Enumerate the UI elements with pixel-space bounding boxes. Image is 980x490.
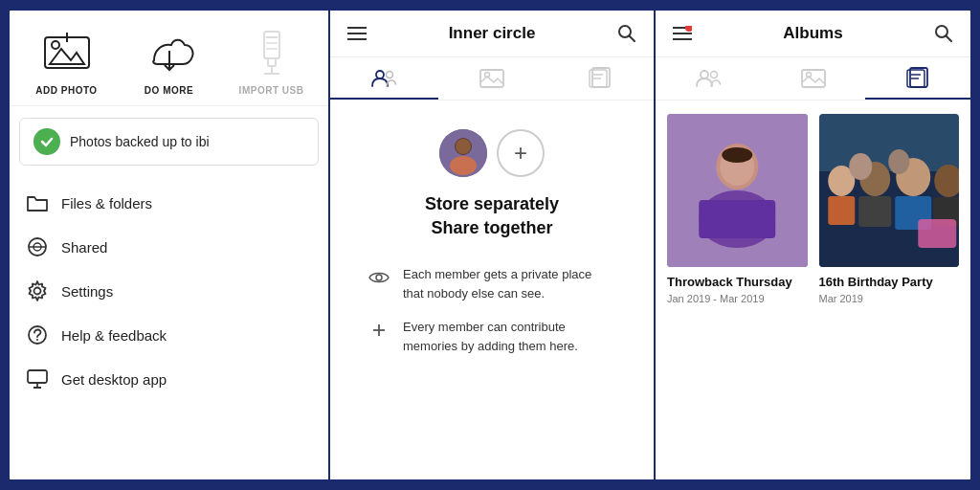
albums-tab-people[interactable]: [656, 57, 761, 100]
app-container: ADD PHOTO DO MORE: [7, 8, 973, 482]
svg-point-17: [36, 339, 38, 341]
tab-photos[interactable]: [438, 57, 546, 100]
svg-point-36: [450, 156, 477, 175]
feature-list: Each member gets a private place that no…: [349, 256, 635, 365]
album-throwback-date: Jan 2019 - Mar 2019: [667, 293, 808, 304]
svg-line-25: [630, 36, 635, 42]
svg-line-46: [947, 36, 952, 42]
import-usb-icon: [245, 26, 299, 79]
member-row: +: [439, 129, 545, 177]
feature-item-private: Each member gets a private place that no…: [368, 265, 615, 302]
nav-item-settings[interactable]: Settings: [10, 269, 328, 313]
inner-circle-panel: Inner circle: [330, 11, 656, 479]
albums-panel: Albums: [656, 11, 970, 479]
help-icon: [27, 324, 48, 345]
quick-actions-bar: ADD PHOTO DO MORE: [10, 11, 328, 106]
inner-circle-title: Inner circle: [449, 24, 536, 43]
inner-circle-tab-bar: [330, 57, 654, 100]
add-member-button[interactable]: +: [497, 129, 545, 177]
album-birthday-title: 16th Birthday Party: [819, 275, 960, 289]
plus-circle-icon: [368, 320, 390, 341]
album-card-throwback[interactable]: Throwback Thursday Jan 2019 - Mar 2019: [667, 114, 808, 304]
albums-title: Albums: [783, 24, 842, 43]
circle-content: + Store separately Share together Each m…: [330, 100, 654, 384]
eye-icon: [368, 267, 390, 288]
import-usb-button[interactable]: IMPORT USB: [224, 26, 319, 96]
shared-label: Shared: [61, 239, 107, 256]
svg-point-0: [52, 41, 59, 49]
svg-point-27: [387, 72, 393, 78]
import-usb-label: IMPORT USB: [239, 85, 304, 96]
search-icon[interactable]: [615, 22, 638, 45]
svg-point-44: [685, 26, 692, 32]
album-card-birthday[interactable]: 16th Birthday Party Mar 2019: [819, 114, 960, 304]
album-thumb-birthday: [819, 114, 960, 267]
circle-headline: Store separately Share together: [425, 192, 559, 240]
svg-point-29: [485, 73, 490, 78]
settings-label: Settings: [61, 283, 113, 300]
svg-rect-66: [858, 196, 891, 227]
tab-people[interactable]: [330, 57, 438, 100]
nav-item-desktop[interactable]: Get desktop app: [10, 357, 328, 401]
svg-point-38: [376, 275, 382, 280]
svg-rect-5: [264, 32, 279, 58]
svg-point-15: [34, 288, 41, 295]
member-avatar: [439, 129, 487, 177]
inner-circle-header: Inner circle: [330, 11, 654, 57]
album-birthday-date: Mar 2019: [819, 293, 960, 304]
add-photo-label: ADD PHOTO: [35, 85, 97, 96]
backup-check-icon: [33, 128, 60, 155]
nav-list: Files & folders Shared: [10, 177, 328, 405]
settings-icon: [27, 280, 48, 301]
albums-tab-bar: [656, 57, 970, 100]
plus-icon: +: [514, 140, 527, 167]
albums-menu-icon[interactable]: [671, 22, 694, 45]
albums-tab-photos[interactable]: [761, 57, 866, 100]
svg-point-37: [456, 139, 471, 154]
tab-albums[interactable]: [546, 57, 654, 100]
add-photo-icon: [40, 26, 94, 79]
sidebar-panel: ADD PHOTO DO MORE: [10, 11, 330, 479]
svg-point-48: [710, 72, 717, 78]
do-more-button[interactable]: DO MORE: [122, 26, 216, 96]
albums-search-icon[interactable]: [932, 22, 955, 45]
feature-item-contribute: Every member can contribute memories by …: [368, 318, 615, 355]
svg-rect-59: [699, 200, 775, 238]
svg-point-60: [722, 147, 752, 163]
svg-point-47: [701, 71, 708, 78]
nav-item-files[interactable]: Files & folders: [10, 181, 328, 225]
albums-grid: Throwback Thursday Jan 2019 - Mar 2019: [656, 100, 970, 318]
nav-item-help[interactable]: Help & feedback: [10, 313, 328, 357]
shared-icon: [27, 236, 48, 257]
nav-item-shared[interactable]: Shared: [10, 225, 328, 269]
feature-contribute-text: Every member can contribute memories by …: [403, 318, 615, 355]
albums-tab-albums[interactable]: [865, 57, 970, 100]
help-label: Help & feedback: [61, 327, 167, 344]
svg-point-50: [806, 73, 811, 78]
album-throwback-title: Throwback Thursday: [667, 275, 808, 289]
svg-point-71: [849, 153, 872, 180]
files-label: Files & folders: [61, 195, 152, 212]
folder-icon: [27, 192, 48, 213]
do-more-label: DO MORE: [145, 85, 193, 96]
desktop-icon: [27, 368, 48, 390]
feature-private-text: Each member gets a private place that no…: [403, 265, 615, 302]
albums-header: Albums: [656, 11, 970, 57]
svg-rect-6: [268, 58, 276, 66]
menu-icon[interactable]: [345, 22, 368, 45]
svg-rect-18: [28, 370, 47, 383]
add-photo-button[interactable]: ADD PHOTO: [19, 26, 114, 96]
svg-rect-73: [918, 219, 956, 248]
do-more-icon: [143, 26, 196, 79]
svg-point-72: [888, 149, 909, 174]
album-thumb-throwback: [667, 114, 808, 267]
backup-status-bar: Photos backed up to ibi: [19, 118, 319, 166]
svg-point-26: [376, 71, 384, 78]
svg-rect-64: [828, 196, 855, 225]
desktop-label: Get desktop app: [61, 371, 167, 388]
backup-status-text: Photos backed up to ibi: [70, 134, 210, 149]
